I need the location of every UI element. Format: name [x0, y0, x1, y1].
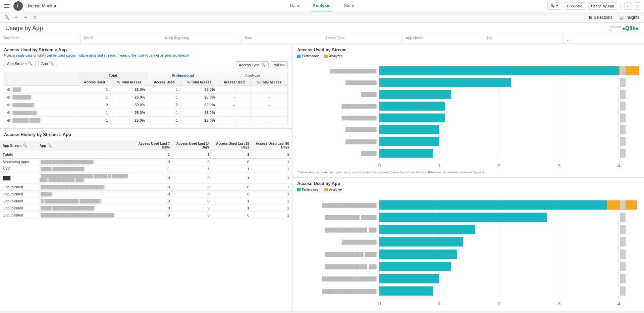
history-d90: 1 [252, 158, 292, 166]
history-d14: 0 [172, 205, 212, 212]
svg-text:███████████ ██: ███████████ ██ [325, 264, 377, 269]
history-app: ████████████████████████ [37, 184, 134, 191]
svg-text:██████████ ███: ██████████ ███ [325, 252, 377, 257]
filter-timeframe[interactable]: Timeframe [0, 34, 80, 44]
expand-btn-1[interactable]: ⊕ [7, 95, 10, 100]
expand-btn-3[interactable]: ⊕ [7, 110, 10, 115]
svg-text:████: ████ [361, 92, 377, 97]
hamburger-button[interactable] [3, 3, 11, 9]
access-type-pill[interactable]: Access Type 🔍 [236, 61, 269, 68]
svg-text:█████████: █████████ [342, 116, 377, 121]
col-pct-pro: % Total Access [181, 79, 218, 86]
access-used-note: Note: a single pass or token can be used… [4, 54, 288, 57]
pro-access-val: 1 [148, 86, 181, 93]
tab-analysis[interactable]: Analysis [311, 0, 332, 11]
table-row: ⊕ ██████ ████ 1 25.0% 1 25.0% - - [4, 117, 288, 124]
history-d7: 0 [134, 158, 172, 166]
col-analyzer-header: Analyzer [218, 72, 287, 79]
filter-week[interactable]: Week Beginning [161, 34, 241, 44]
svg-text:4: 4 [617, 163, 621, 168]
ana-pct-val: - [251, 117, 287, 124]
svg-rect-50 [379, 212, 547, 222]
svg-rect-18 [379, 90, 451, 99]
access-used-table: Total Professional Analyzer Access Used … [4, 72, 288, 124]
svg-text:2: 2 [497, 163, 501, 168]
zoom-button[interactable]: 🔍 [3, 13, 11, 21]
svg-text:4: 4 [617, 301, 621, 306]
expand-btn-2[interactable]: ⊕ [7, 103, 10, 107]
svg-rect-59 [379, 249, 457, 259]
svg-text:2: 2 [497, 301, 501, 306]
nav-right: 🔖 ▾ Duplicate Usage by App ‹ › [547, 2, 641, 10]
insights-button[interactable]: 📊 Insights [617, 14, 641, 20]
selections-button[interactable]: ⊞ Selections [587, 14, 614, 20]
list-item: ███ ████████████████████ █████ █ ██████ … [0, 173, 292, 184]
ana-access-val: - [218, 117, 251, 124]
bookmark-button[interactable]: 🔖 ▾ [547, 2, 561, 10]
svg-rect-25 [620, 114, 626, 123]
svg-text:████████: ████████ [345, 80, 377, 85]
expand-btn-4[interactable]: ⊕ [7, 118, 10, 123]
settings-button[interactable]: ⚙ [31, 13, 39, 21]
history-d14: 0 [172, 191, 212, 198]
ana-access-val: - [218, 93, 251, 101]
filter-access-type[interactable]: Access Type [322, 34, 402, 44]
page-title-nav[interactable]: Usage by App [588, 2, 617, 10]
svg-text:████████: ████████ [345, 128, 377, 133]
history-d7: 1 [134, 166, 172, 173]
search-icon-access: 🔍 [261, 63, 266, 67]
svg-text:3: 3 [557, 163, 560, 168]
col-pct-ana: % Total Access [251, 79, 287, 86]
expand-btn-0[interactable]: ⊕ [7, 87, 10, 92]
legend-professional: Professional [297, 54, 320, 58]
back-button[interactable]: ‹ [624, 2, 632, 10]
svg-text:1: 1 [437, 163, 441, 168]
undo-button[interactable]: ↩ [12, 13, 20, 21]
filter-more[interactable]: ... [564, 34, 644, 44]
values-pill[interactable]: Values [271, 61, 288, 68]
qlik-brand: ●Qlik● [622, 25, 639, 32]
legend-dot-app-ana [324, 188, 328, 191]
svg-rect-60 [620, 249, 626, 259]
history-app: ████ ████████████████ [37, 205, 134, 212]
row-stream-app: ⊕ ███ [4, 86, 78, 93]
history-app: ████ [37, 191, 134, 198]
history-d28: 0 [212, 158, 252, 166]
forward-button[interactable]: › [634, 2, 641, 10]
search-icon-stream-history[interactable]: 🔍 [23, 143, 28, 148]
tab-data[interactable]: Data [288, 0, 300, 11]
svg-rect-63 [620, 262, 626, 271]
access-used-section: Access Used by Stream > App Note: a sing… [0, 44, 292, 128]
filter-date[interactable]: Date [241, 34, 322, 44]
list-item: Unpublished ████████████████████████ 0 0… [0, 184, 292, 191]
filter-month[interactable]: Month [80, 34, 161, 44]
history-d90: 1 [252, 173, 292, 184]
search-app-stream-pill[interactable]: App Stream 🔍 [4, 60, 36, 67]
svg-text:████: ████ [361, 151, 377, 156]
filter-app-stream[interactable]: App Stream [402, 34, 483, 44]
tab-story[interactable]: Story [342, 0, 355, 11]
redo-button[interactable]: ↪ [21, 13, 30, 21]
history-d7: 0 [134, 212, 172, 219]
svg-rect-13 [620, 66, 626, 75]
history-app [37, 151, 134, 159]
history-col-90: Access Used Last 90 Days [252, 140, 292, 151]
pro-access-val: 2 [148, 101, 181, 109]
access-history-section: Access History by Stream > App App Strea… [0, 129, 292, 311]
svg-text:3: 3 [557, 301, 560, 306]
history-d14: 1 [172, 166, 212, 173]
history-d7: 1 [134, 151, 172, 159]
history-d7: 0 [134, 191, 172, 198]
col-access-used-total: Access Used [78, 79, 111, 86]
filter-app[interactable]: App [483, 34, 564, 44]
duplicate-button[interactable]: Duplicate [564, 2, 585, 10]
chart-stream-section: Access Used by Stream Professional Analy… [292, 44, 644, 178]
search-app-pill[interactable]: App 🔍 [38, 60, 57, 67]
history-d90: 1 [252, 166, 292, 173]
ana-access-val: - [218, 109, 251, 117]
search-icon-app-history[interactable]: 🔍 [47, 143, 52, 148]
history-stream: Unpublished [0, 184, 37, 191]
legend-analyzer: Analyzer [324, 54, 342, 58]
svg-rect-65 [379, 274, 439, 283]
pro-pct-val: 50.0% [181, 101, 218, 109]
